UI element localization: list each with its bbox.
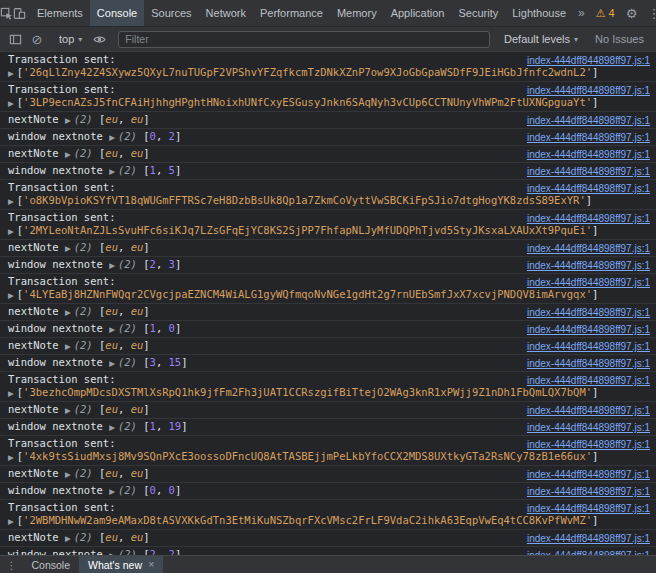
source-link[interactable]: index-444dff844898ff97.js:1	[527, 306, 650, 319]
source-link[interactable]: index-444dff844898ff97.js:1	[527, 323, 650, 336]
source-link[interactable]: index-444dff844898ff97.js:1	[527, 485, 650, 498]
source-link[interactable]: index-444dff844898ff97.js:1	[527, 131, 650, 144]
expand-arrow-icon[interactable]: ▶	[109, 485, 115, 498]
bracket: ]	[592, 386, 598, 398]
drawer-tab-what-s-new[interactable]: What's new×	[79, 556, 163, 573]
expand-arrow-icon[interactable]: ▶	[8, 387, 14, 400]
tab-security[interactable]: Security	[451, 0, 505, 26]
array-length: (2)	[118, 420, 143, 432]
source-link[interactable]: index-444dff844898ff97.js:1	[527, 212, 650, 225]
source-link[interactable]: index-444dff844898ff97.js:1	[527, 404, 650, 417]
tab-memory[interactable]: Memory	[330, 0, 384, 26]
string-value: '3bezhcOmpMDcsDXSTMlXsRpQ1hk9jfFm2Fh3jUA…	[23, 386, 592, 398]
source-link[interactable]: index-444dff844898ff97.js:1	[527, 438, 650, 451]
source-link[interactable]: index-444dff844898ff97.js:1	[527, 421, 650, 434]
source-link[interactable]: index-444dff844898ff97.js:1	[527, 182, 650, 195]
array-length: (2)	[74, 403, 99, 415]
tab-application[interactable]: Application	[384, 0, 452, 26]
source-link[interactable]: index-444dff844898ff97.js:1	[527, 148, 650, 161]
settings-gear-icon[interactable]: ⚙	[621, 7, 643, 20]
source-link[interactable]: index-444dff844898ff97.js:1	[527, 340, 650, 353]
expand-arrow-icon[interactable]: ▶	[65, 114, 71, 127]
warning-icon: ⚠	[596, 7, 606, 20]
log-label: window nextnote	[8, 322, 109, 334]
more-tabs-icon[interactable]: »	[573, 0, 590, 26]
console-sidebar-icon[interactable]	[4, 33, 26, 46]
expand-arrow-icon[interactable]: ▶	[8, 195, 14, 208]
drawer-tab-console[interactable]: Console	[23, 556, 80, 573]
bracket: ]	[143, 531, 149, 543]
expand-arrow-icon[interactable]: ▶	[109, 259, 115, 272]
bracket: ]	[175, 322, 181, 334]
source-link[interactable]: index-444dff844898ff97.js:1	[527, 532, 650, 545]
expand-arrow-icon[interactable]: ▶	[65, 468, 71, 481]
comma: ,	[118, 531, 131, 543]
expand-arrow-icon[interactable]: ▶	[8, 97, 14, 110]
source-link[interactable]: index-444dff844898ff97.js:1	[527, 259, 650, 272]
source-link[interactable]: index-444dff844898ff97.js:1	[527, 549, 650, 555]
kebab-menu-icon[interactable]: ⋮	[642, 7, 656, 20]
bracket: ]	[592, 96, 598, 108]
expand-arrow-icon[interactable]: ▶	[65, 306, 71, 319]
expand-arrow-icon[interactable]: ▶	[8, 225, 14, 238]
tab-sources[interactable]: Sources	[144, 0, 198, 26]
tab-network[interactable]: Network	[199, 0, 253, 26]
bracket: ]	[175, 548, 181, 555]
expand-arrow-icon[interactable]: ▶	[8, 289, 14, 302]
source-link[interactable]: index-444dff844898ff97.js:1	[527, 502, 650, 515]
tab-console[interactable]: Console	[90, 0, 144, 26]
issues-status[interactable]: No Issues	[589, 33, 652, 45]
expand-arrow-icon[interactable]: ▶	[8, 67, 14, 80]
console-row: Transaction sent:▶['o8K9bVpioKSYfVT18qWU…	[0, 180, 656, 210]
source-link[interactable]: index-444dff844898ff97.js:1	[527, 114, 650, 127]
clear-console-icon[interactable]: ⊘	[26, 33, 48, 46]
expand-arrow-icon[interactable]: ▶	[65, 242, 71, 255]
object-value: eu	[131, 531, 144, 543]
expand-arrow-icon[interactable]: ▶	[109, 131, 115, 144]
source-link[interactable]: index-444dff844898ff97.js:1	[527, 165, 650, 178]
expand-arrow-icon[interactable]: ▶	[65, 532, 71, 545]
filter-input[interactable]	[118, 31, 490, 48]
source-link[interactable]: index-444dff844898ff97.js:1	[527, 54, 650, 67]
log-label: window nextnote	[8, 356, 109, 368]
expand-arrow-icon[interactable]: ▶	[109, 421, 115, 434]
object-value: eu	[105, 339, 118, 351]
context-selector[interactable]: top ▾	[53, 33, 88, 45]
comma: ,	[118, 147, 131, 159]
live-expression-eye-icon[interactable]	[88, 33, 110, 46]
expand-arrow-icon[interactable]: ▶	[109, 165, 115, 178]
expand-arrow-icon[interactable]: ▶	[65, 148, 71, 161]
expand-arrow-icon[interactable]: ▶	[65, 340, 71, 353]
device-toolbar-icon[interactable]	[13, 0, 26, 26]
object-value: eu	[105, 241, 118, 253]
console-row: nextNote ▶(2) [eu, eu]index-444dff844898…	[0, 530, 656, 547]
expand-arrow-icon[interactable]: ▶	[109, 323, 115, 336]
warnings-badge[interactable]: ⚠4	[590, 7, 621, 20]
comma: ,	[156, 164, 169, 176]
array-length: (2)	[74, 531, 99, 543]
close-icon[interactable]: ×	[148, 559, 154, 570]
source-link[interactable]: index-444dff844898ff97.js:1	[527, 84, 650, 97]
source-link[interactable]: index-444dff844898ff97.js:1	[527, 357, 650, 370]
tab-lighthouse[interactable]: Lighthouse	[505, 0, 573, 26]
expand-arrow-icon[interactable]: ▶	[65, 404, 71, 417]
inspect-element-icon[interactable]	[0, 0, 13, 26]
log-label: Transaction sent:	[8, 275, 115, 287]
expand-arrow-icon[interactable]: ▶	[8, 451, 14, 464]
expand-arrow-icon[interactable]: ▶	[109, 549, 115, 555]
bracket: ]	[175, 164, 181, 176]
source-link[interactable]: index-444dff844898ff97.js:1	[527, 468, 650, 481]
expand-arrow-icon[interactable]: ▶	[109, 357, 115, 370]
source-link[interactable]: index-444dff844898ff97.js:1	[527, 242, 650, 255]
expand-arrow-icon[interactable]: ▶	[8, 515, 14, 528]
source-link[interactable]: index-444dff844898ff97.js:1	[527, 374, 650, 387]
console-row: nextNote ▶(2) [eu, eu]index-444dff844898…	[0, 146, 656, 163]
bracket: ]	[175, 484, 181, 496]
tab-elements[interactable]: Elements	[30, 0, 90, 26]
devtools-window: ElementsConsoleSourcesNetworkPerformance…	[0, 0, 656, 573]
array-preview-line: ▶['2MYLeoNtAnZJLsSvuHFc6siKJq7LZsGFqEjYC…	[8, 224, 648, 238]
log-levels-selector[interactable]: Default levels ▾	[498, 33, 584, 45]
tab-performance[interactable]: Performance	[253, 0, 330, 26]
source-link[interactable]: index-444dff844898ff97.js:1	[527, 276, 650, 289]
drawer-menu-icon[interactable]: ⋮	[0, 556, 23, 573]
